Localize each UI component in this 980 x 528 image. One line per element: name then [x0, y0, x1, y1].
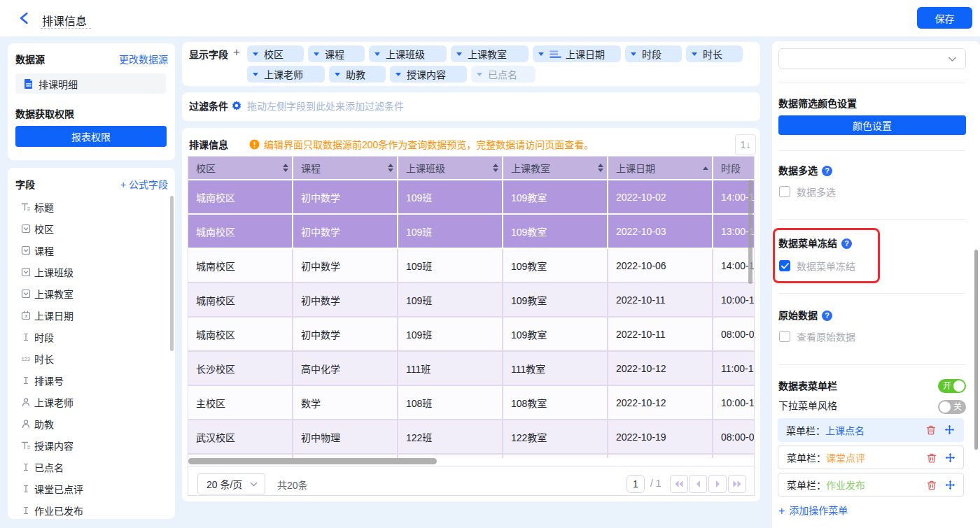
svg-text:123: 123: [21, 355, 29, 362]
